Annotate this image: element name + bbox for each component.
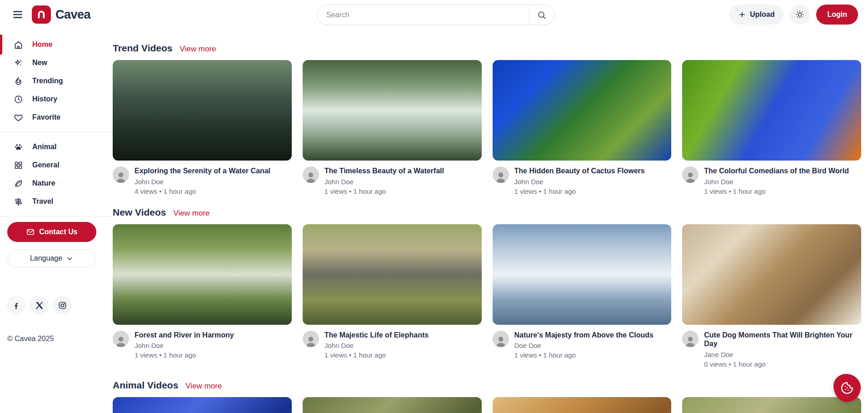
instagram-icon xyxy=(58,301,67,310)
video-thumbnail[interactable] xyxy=(493,224,672,325)
video-meta: Forest and River in Harmony John Doe 1 v… xyxy=(113,331,292,359)
avatar[interactable] xyxy=(493,166,509,183)
video-thumbnail[interactable] xyxy=(113,60,292,161)
person-icon xyxy=(304,334,318,347)
video-title[interactable]: The Hidden Beauty of Cactus Flowers xyxy=(514,166,645,175)
video-author[interactable]: Doe Doe xyxy=(514,342,653,349)
avatar[interactable] xyxy=(113,331,129,347)
avatar[interactable] xyxy=(303,166,319,183)
video-info: Cute Dog Moments That Will Brighten Your… xyxy=(704,331,861,368)
video-card: Forest and River in Harmony John Doe 1 v… xyxy=(113,224,292,368)
login-button[interactable]: Login xyxy=(816,5,858,25)
facebook-button[interactable] xyxy=(6,296,25,315)
video-thumbnail[interactable] xyxy=(303,397,482,413)
video-grid: Forest and River in Harmony John Doe 1 v… xyxy=(113,224,861,368)
contact-us-button[interactable]: Contact Us xyxy=(7,222,96,242)
avatar[interactable] xyxy=(113,166,129,183)
facebook-icon xyxy=(11,301,21,310)
video-title[interactable]: Cute Dog Moments That Will Brighten Your… xyxy=(704,331,861,348)
avatar[interactable] xyxy=(682,166,698,183)
sidebar-item-label: History xyxy=(32,95,57,103)
avatar[interactable] xyxy=(682,331,698,347)
person-icon xyxy=(683,170,697,183)
view-more-link[interactable]: View more xyxy=(174,209,210,218)
sidebar-item-label: Favorite xyxy=(32,113,60,121)
video-author[interactable]: John Doe xyxy=(704,178,849,186)
section-title: New Videos xyxy=(113,207,166,218)
theme-toggle-button[interactable] xyxy=(790,5,810,25)
video-card xyxy=(303,397,482,413)
sidebar-item-home[interactable]: Home xyxy=(0,35,113,54)
video-section: Trend Videos View more Exploring the Ser… xyxy=(113,43,861,195)
video-grid xyxy=(113,397,861,413)
sidebar-item-label: General xyxy=(32,161,60,169)
avatar[interactable] xyxy=(493,331,509,347)
video-thumbnail[interactable] xyxy=(493,397,672,413)
search-input[interactable] xyxy=(317,11,528,19)
cookie-consent-button[interactable] xyxy=(833,374,861,402)
video-title[interactable]: The Timeless Beauty of a Waterfall xyxy=(324,166,444,175)
video-author[interactable]: John Doe xyxy=(135,342,234,349)
video-thumbnail[interactable] xyxy=(113,397,292,413)
video-info: The Hidden Beauty of Cactus Flowers John… xyxy=(514,166,645,195)
chevron-down-icon xyxy=(66,255,74,262)
app-logo[interactable]: Cavea xyxy=(32,5,90,24)
sidebar-item-general[interactable]: General xyxy=(0,156,113,174)
video-thumbnail[interactable] xyxy=(682,224,861,325)
search-button[interactable] xyxy=(528,5,554,25)
sidebar-item-nature[interactable]: Nature xyxy=(0,174,113,192)
person-icon xyxy=(114,170,128,183)
sidebar-divider xyxy=(0,216,113,217)
section-header: Trend Videos View more xyxy=(113,43,861,54)
video-thumbnail[interactable] xyxy=(113,224,292,325)
mail-icon xyxy=(26,227,35,237)
video-title[interactable]: The Colorful Comedians of the Bird World xyxy=(704,166,849,175)
video-card: The Colorful Comedians of the Bird World… xyxy=(682,60,861,195)
language-selector[interactable]: Language xyxy=(7,249,96,267)
instagram-button[interactable] xyxy=(53,296,72,315)
video-title[interactable]: Nature's Majesty from Above the Clouds xyxy=(514,331,653,339)
video-thumbnail[interactable] xyxy=(493,60,672,161)
top-bar: Cavea Upload Login xyxy=(0,0,868,29)
video-stats: 1 views • 1 hour ago xyxy=(514,351,653,359)
upload-label: Upload xyxy=(750,10,774,19)
home-icon xyxy=(14,40,23,50)
avatar[interactable] xyxy=(303,331,319,347)
search-icon xyxy=(537,10,547,20)
video-meta: Nature's Majesty from Above the Clouds D… xyxy=(493,331,672,359)
video-stats: 1 views • 1 hour ago xyxy=(704,187,849,195)
video-title[interactable]: The Majestic Life of Elephants xyxy=(324,331,429,339)
search-bar xyxy=(317,5,555,25)
video-author[interactable]: John Doe xyxy=(324,178,444,186)
sidebar-item-favorite[interactable]: Favorite xyxy=(0,108,113,126)
video-title[interactable]: Forest and River in Harmony xyxy=(135,331,234,339)
video-author[interactable]: John Doe xyxy=(324,342,429,349)
clock-icon xyxy=(14,95,23,104)
view-more-link[interactable]: View more xyxy=(180,45,216,54)
sidebar-item-travel[interactable]: Travel xyxy=(0,192,113,211)
video-thumbnail[interactable] xyxy=(303,224,482,325)
video-author[interactable]: John Doe xyxy=(514,178,645,186)
flame-icon xyxy=(14,76,23,86)
person-icon xyxy=(683,334,697,347)
sidebar-item-new[interactable]: New xyxy=(0,54,113,72)
video-author[interactable]: John Doe xyxy=(135,178,270,186)
view-more-link[interactable]: View more xyxy=(185,382,222,391)
video-thumbnail[interactable] xyxy=(682,397,861,413)
sidebar-item-label: Home xyxy=(32,40,52,49)
video-stats: 1 views • 1 hour ago xyxy=(514,187,645,195)
video-author[interactable]: Jane Doe xyxy=(704,351,861,358)
video-title[interactable]: Exploring the Serenity of a Water Canal xyxy=(135,166,270,175)
x-button[interactable] xyxy=(30,296,49,315)
sidebar-item-trending[interactable]: Trending xyxy=(0,72,113,90)
video-meta: Cute Dog Moments That Will Brighten Your… xyxy=(682,331,861,368)
sidebar-item-history[interactable]: History xyxy=(0,90,113,108)
cookie-icon xyxy=(840,381,854,395)
video-thumbnail[interactable] xyxy=(682,60,861,161)
upload-button[interactable]: Upload xyxy=(729,5,783,25)
sidebar-item-animal[interactable]: Animal xyxy=(0,138,113,156)
video-card: The Majestic Life of Elephants John Doe … xyxy=(303,224,482,368)
sidebar-item-label: Animal xyxy=(32,143,56,151)
hamburger-menu-button[interactable] xyxy=(10,7,25,22)
video-thumbnail[interactable] xyxy=(303,60,482,161)
